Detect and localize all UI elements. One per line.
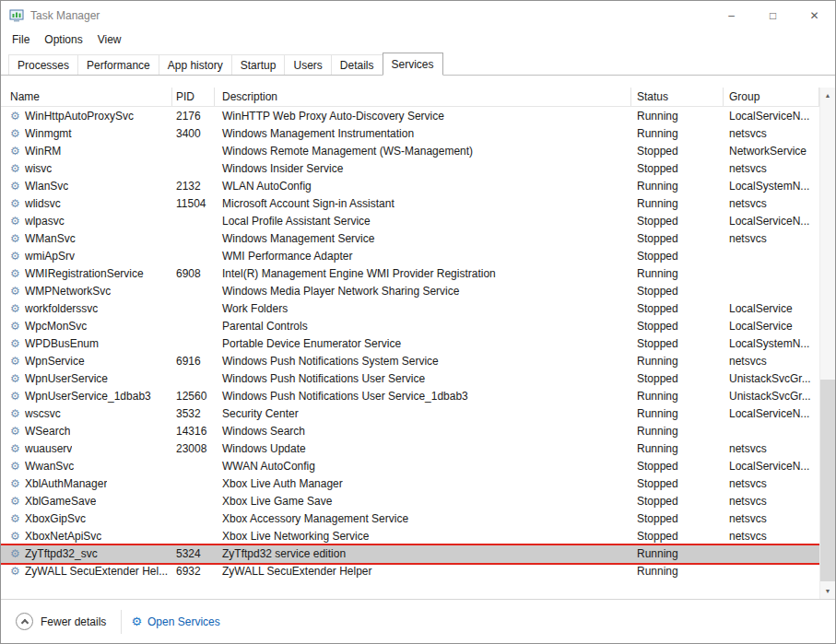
service-group: netsvcs [724,510,819,528]
table-row[interactable]: ⚙ WwanSvc WWAN AutoConfig Stopped LocalS… [1,458,819,475]
service-gear-icon: ⚙ [10,493,25,510]
minimize-button[interactable]: – [711,1,752,29]
table-row[interactable]: ⚙ ZyWALL SecuExtender Hel... 6932 ZyWALL… [1,563,819,580]
tab-startup[interactable]: Startup [231,54,286,75]
service-pid: 6916 [172,353,215,370]
service-name-cell: ⚙ XblAuthManager [1,475,172,493]
table-row[interactable]: ⚙ workfolderssvc Work Folders Stopped Lo… [1,300,819,318]
service-pid: 2132 [172,178,215,195]
scroll-up-icon[interactable]: ▲ [820,88,835,103]
service-description: Windows Push Notifications System Servic… [215,353,631,370]
scroll-down-icon[interactable]: ▼ [820,583,835,599]
service-status: Running [631,440,724,458]
tab-users[interactable]: Users [284,54,331,75]
table-row[interactable]: ⚙ WpnService 6916 Windows Push Notificat… [1,353,819,370]
service-pid [172,248,215,265]
service-group: netsvcs [724,493,819,510]
service-group [724,423,819,440]
column-header-group[interactable]: Group [724,88,819,106]
tab-details[interactable]: Details [331,54,383,75]
service-gear-icon: ⚙ [10,353,25,370]
table-row[interactable]: ⚙ wuauserv 23008 Windows Update Running … [1,440,819,458]
menu-view[interactable]: View [90,30,129,49]
table-row[interactable]: ⚙ WMPNetworkSvc Windows Media Player Net… [1,283,819,300]
table-row[interactable]: ⚙ WManSvc Windows Management Service Sto… [1,230,819,248]
table-row[interactable]: ⚙ XblGameSave Xbox Live Game Save Stoppe… [1,493,819,510]
vertical-scrollbar[interactable]: ▲ ▼ [819,88,835,599]
service-status: Stopped [631,248,724,265]
table-row[interactable]: ⚙ WSearch 14316 Windows Search Running [1,423,819,440]
service-pid: 3532 [172,405,215,423]
service-pid [172,335,215,353]
table-header: Name PID Description Status Group [1,88,819,107]
tab-app-history[interactable]: App history [159,54,232,75]
service-gear-icon: ⚙ [10,108,25,125]
service-description: WLAN AutoConfig [215,178,631,195]
table-row[interactable]: ⚙ wlpasvc Local Profile Assistant Servic… [1,213,819,230]
service-gear-icon: ⚙ [10,475,25,493]
table-row[interactable]: ⚙ WpnUserService Windows Push Notificati… [1,370,819,388]
tab-processes[interactable]: Processes [8,54,78,75]
table-row[interactable]: ⚙ XblAuthManager Xbox Live Auth Manager … [1,475,819,493]
table-row[interactable]: ⚙ wlidsvc 11504 Microsoft Account Sign-i… [1,195,819,213]
table-row[interactable]: ⚙ WpcMonSvc Parental Controls Stopped Lo… [1,318,819,335]
service-name-cell: ⚙ WpcMonSvc [1,318,172,335]
service-name-cell: ⚙ WMPNetworkSvc [1,283,172,300]
service-status: Stopped [631,493,724,510]
open-services-link[interactable]: ⚙ Open Services [131,615,219,628]
table-row[interactable]: ⚙ XboxNetApiSvc Xbox Live Networking Ser… [1,528,819,545]
service-status: Stopped [631,143,724,160]
table-row[interactable]: ⚙ WPDBusEnum Portable Device Enumerator … [1,335,819,353]
service-description: Windows Push Notifications User Service_… [215,388,631,405]
service-description: Parental Controls [215,318,631,335]
service-name: WinHttpAutoProxySvc [25,108,134,125]
table-row[interactable]: ⚙ wisvc Windows Insider Service Stopped … [1,160,819,178]
scrollbar-track[interactable] [820,103,835,583]
table-row[interactable]: ⚙ wmiApSrv WMI Performance Adapter Stopp… [1,248,819,265]
service-status: Stopped [631,160,724,178]
menu-file[interactable]: File [5,30,37,49]
service-description: Microsoft Account Sign-in Assistant [215,195,631,213]
service-name-cell: ⚙ workfolderssvc [1,300,172,318]
column-header-status[interactable]: Status [631,88,724,106]
menu-options[interactable]: Options [37,30,89,49]
service-name: WpcMonSvc [25,318,87,335]
service-pid: 6932 [172,563,215,580]
column-header-pid[interactable]: PID [172,88,215,106]
table-row[interactable]: ⚙ XboxGipSvc Xbox Accessory Management S… [1,510,819,528]
table-row[interactable]: ⚙ ZyTftpd32_svc 5324 ZyTftpd32 service e… [1,545,819,563]
service-description: Local Profile Assistant Service [215,213,631,230]
footer-separator [121,610,122,634]
table-row[interactable]: ⚙ WMIRegistrationService 6908 Intel(R) M… [1,265,819,283]
fewer-details-button[interactable]: Fewer details [10,609,112,634]
table-row[interactable]: ⚙ WpnUserService_1dbab3 12560 Windows Pu… [1,388,819,405]
service-pid [172,300,215,318]
service-name-cell: ⚙ WpnUserService_1dbab3 [1,388,172,405]
service-pid: 5324 [172,545,215,563]
tab-performance[interactable]: Performance [77,54,159,75]
service-pid: 14316 [172,423,215,440]
service-gear-icon: ⚙ [10,160,25,178]
service-name-cell: ⚙ WpnUserService [1,370,172,388]
service-status: Running [631,195,724,213]
close-button[interactable]: ✕ [794,1,835,29]
table-row[interactable]: ⚙ Winmgmt 3400 Windows Management Instru… [1,125,819,143]
tab-services[interactable]: Services [383,53,443,76]
table-row[interactable]: ⚙ WinHttpAutoProxySvc 2176 WinHTTP Web P… [1,108,819,125]
maximize-button[interactable]: □ [752,1,794,29]
service-name-cell: ⚙ WwanSvc [1,458,172,475]
table-row[interactable]: ⚙ wscsvc 3532 Security Center Running Lo… [1,405,819,423]
service-status: Running [631,405,724,423]
column-header-description[interactable]: Description [215,88,631,106]
service-pid [172,318,215,335]
service-name: Winmgmt [25,125,72,143]
service-name: WSearch [25,423,70,440]
service-gear-icon: ⚙ [10,510,25,528]
service-group: netsvcs [724,528,819,545]
column-header-name[interactable]: Name [1,88,172,106]
service-name-cell: ⚙ wlpasvc [1,213,172,230]
gear-icon: ⚙ [131,615,142,628]
table-row[interactable]: ⚙ WlanSvc 2132 WLAN AutoConfig Running L… [1,178,819,195]
table-row[interactable]: ⚙ WinRM Windows Remote Management (WS-Ma… [1,143,819,160]
scrollbar-thumb[interactable] [820,380,835,581]
